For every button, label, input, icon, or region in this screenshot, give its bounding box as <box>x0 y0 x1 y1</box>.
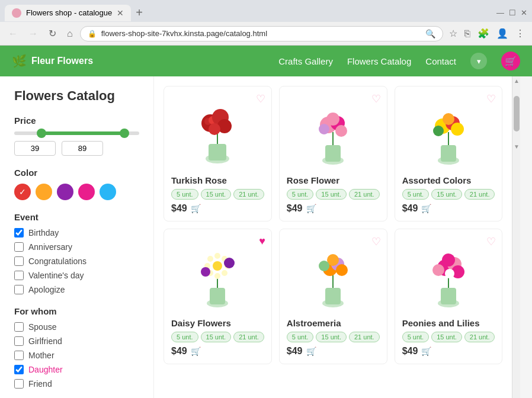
product-card-rose-flower: ♡ Rose Flower 5 unt. <box>279 86 387 222</box>
svg-point-14 <box>326 113 339 126</box>
event-apologize-checkbox[interactable] <box>14 285 24 294</box>
heart-icon-daisy[interactable]: ♥ <box>259 235 265 248</box>
price-inputs <box>14 141 139 156</box>
nav-bar: ← → ↻ ⌂ 🔒 flowers-shop-site-7kvhx.kinsta… <box>0 22 532 45</box>
color-swatch-purple[interactable] <box>57 184 73 200</box>
price-slider-track[interactable] <box>14 131 139 135</box>
badge-5-rose[interactable]: 5 unt. <box>287 189 314 200</box>
for-whom-daughter-checkbox[interactable] <box>14 365 24 374</box>
event-anniversary-checkbox[interactable] <box>14 242 24 252</box>
badge-21[interactable]: 21 unt. <box>233 189 264 200</box>
scroll-thumb[interactable] <box>514 96 520 131</box>
badge-21-daisy[interactable]: 21 unt. <box>233 332 264 342</box>
cart-icon-turkish-rose[interactable]: 🛒 <box>191 204 201 213</box>
badge-5[interactable]: 5 unt. <box>171 189 198 200</box>
badge-21-alstroemeria[interactable]: 21 unt. <box>349 332 380 342</box>
svg-point-55 <box>445 269 454 278</box>
event-label: Event <box>14 212 139 222</box>
heart-icon-rose-flower[interactable]: ♡ <box>371 92 381 105</box>
event-congratulations[interactable]: Congratulations <box>14 256 139 266</box>
badge-15-alstroemeria[interactable]: 15 unt. <box>316 332 347 342</box>
cart-icon-daisy[interactable]: 🛒 <box>191 346 201 356</box>
event-congratulations-checkbox[interactable] <box>14 256 24 266</box>
event-valentines-label: Valentine's day <box>28 271 84 280</box>
badge-21-rose[interactable]: 21 unt. <box>349 189 380 200</box>
for-whom-girlfriend-checkbox[interactable] <box>14 336 24 346</box>
scrollbar[interactable]: ▲ ▼ <box>512 76 520 398</box>
badge-21-assorted[interactable]: 21 unt. <box>464 189 495 200</box>
for-whom-daughter[interactable]: Daughter <box>14 365 139 374</box>
nav-contact[interactable]: Contact <box>425 56 456 66</box>
price-thumb-max[interactable] <box>120 129 129 138</box>
cart-icon-rose-flower[interactable]: 🛒 <box>306 204 316 213</box>
menu-button[interactable]: ⋮ <box>513 25 527 41</box>
color-swatch-blue[interactable] <box>100 184 116 200</box>
tab-close-button[interactable]: ✕ <box>117 8 124 18</box>
price-value-assorted: $49 <box>402 203 418 214</box>
for-whom-friend-checkbox[interactable] <box>14 379 24 389</box>
heart-icon-assorted[interactable]: ♡ <box>486 92 496 105</box>
price-thumb-min[interactable] <box>37 129 46 138</box>
cart-icon-alstroemeria[interactable]: 🛒 <box>306 346 316 356</box>
badge-15-daisy[interactable]: 15 unt. <box>201 332 232 342</box>
bookmark-star-button[interactable]: ☆ <box>447 25 460 41</box>
new-tab-button[interactable]: + <box>131 4 148 22</box>
tab-bar: Flowers shop - catalogue ✕ + — ☐ ✕ <box>0 0 532 22</box>
scroll-down-arrow[interactable]: ▼ <box>514 143 520 150</box>
forward-button[interactable]: → <box>25 26 41 41</box>
nav-dropdown-button[interactable]: ▾ <box>470 53 487 69</box>
active-tab[interactable]: Flowers shop - catalogue ✕ <box>5 5 131 21</box>
home-button[interactable]: ⌂ <box>63 26 76 41</box>
scroll-up-arrow[interactable]: ▲ <box>514 78 520 84</box>
badge-5-assorted[interactable]: 5 unt. <box>402 189 430 200</box>
event-valentines[interactable]: Valentine's day <box>14 271 139 280</box>
event-apologize[interactable]: Apologize <box>14 285 139 294</box>
lock-icon: 🔒 <box>88 30 97 38</box>
heart-icon-peonies[interactable]: ♡ <box>486 235 496 248</box>
heart-icon-turkish-rose[interactable]: ♡ <box>256 92 265 105</box>
event-birthday[interactable]: Birthday <box>14 228 139 237</box>
event-valentines-checkbox[interactable] <box>14 271 24 280</box>
price-max-input[interactable] <box>62 141 103 156</box>
cart-icon-peonies[interactable]: 🛒 <box>421 346 431 356</box>
back-button[interactable]: ← <box>5 26 21 41</box>
for-whom-mother-checkbox[interactable] <box>14 351 24 360</box>
window-maximize[interactable]: ☐ <box>509 8 516 17</box>
badge-15-assorted[interactable]: 15 unt. <box>431 189 462 200</box>
extensions-button[interactable]: 🧩 <box>475 25 492 41</box>
badge-5-peonies[interactable]: 5 unt. <box>402 332 430 342</box>
for-whom-mother[interactable]: Mother <box>14 351 139 360</box>
badge-15-rose[interactable]: 15 unt. <box>316 189 347 200</box>
share-button[interactable]: ⎘ <box>462 26 473 41</box>
badge-21-peonies[interactable]: 21 unt. <box>464 332 495 342</box>
color-swatch-orange[interactable] <box>36 184 52 200</box>
heart-icon-alstroemeria[interactable]: ♡ <box>371 235 381 248</box>
product-badges-assorted: 5 unt. 15 unt. 21 unt. <box>402 189 495 200</box>
product-name-alstroemeria: Alstroemeria <box>287 318 380 328</box>
product-card-alstroemeria: ♡ Alstroemeria 5 unt. <box>279 229 387 364</box>
for-whom-filter: For whom Spouse Girlfriend Mother Daught… <box>14 306 139 389</box>
cart-button[interactable]: 🛒 <box>501 52 520 70</box>
badge-5-daisy[interactable]: 5 unt. <box>171 332 198 342</box>
window-close[interactable]: ✕ <box>521 8 527 17</box>
window-minimize[interactable]: — <box>496 8 504 17</box>
for-whom-friend[interactable]: Friend <box>14 379 139 389</box>
badge-15-peonies[interactable]: 15 unt. <box>431 332 462 342</box>
event-anniversary[interactable]: Anniversary <box>14 242 139 252</box>
reload-button[interactable]: ↻ <box>45 25 60 41</box>
for-whom-spouse[interactable]: Spouse <box>14 322 139 332</box>
nav-flowers-catalog[interactable]: Flowers Catalog <box>347 56 411 66</box>
profile-button[interactable]: 👤 <box>494 25 511 41</box>
site-nav: 🌿 Fleur Flowers Crafts Gallery Flowers C… <box>0 46 532 76</box>
color-swatch-red[interactable]: ✓ <box>14 184 31 200</box>
for-whom-girlfriend[interactable]: Girlfriend <box>14 336 139 346</box>
for-whom-spouse-checkbox[interactable] <box>14 322 24 332</box>
badge-15[interactable]: 15 unt. <box>201 189 232 200</box>
nav-crafts-gallery[interactable]: Crafts Gallery <box>278 56 333 66</box>
badge-5-alstroemeria[interactable]: 5 unt. <box>287 332 314 342</box>
price-min-input[interactable] <box>14 141 56 156</box>
event-birthday-checkbox[interactable] <box>14 228 24 237</box>
address-bar[interactable]: 🔒 flowers-shop-site-7kvhx.kinsta.page/ca… <box>80 26 443 41</box>
cart-icon-assorted[interactable]: 🛒 <box>421 204 431 213</box>
color-swatch-pink[interactable] <box>78 184 95 200</box>
